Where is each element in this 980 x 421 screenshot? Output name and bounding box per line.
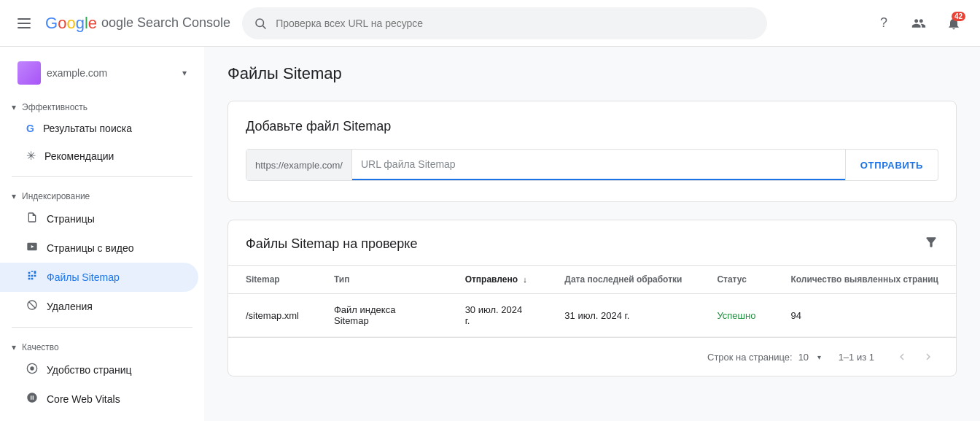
- page-title: Файлы Sitemap: [228, 64, 957, 83]
- col-sitemap: Sitemap: [228, 266, 316, 294]
- sidebar-item-core-web-vitals[interactable]: Core Web Vitals: [0, 385, 198, 414]
- sitemap-icon: [26, 270, 38, 285]
- rows-select-wrapper[interactable]: 10 25 50 ▾: [798, 352, 821, 363]
- help-icon: ?: [880, 15, 887, 31]
- col-submitted[interactable]: Отправлено ↓: [448, 266, 548, 294]
- menu-button[interactable]: [12, 9, 36, 38]
- nav-label-pages: Страницы: [47, 213, 95, 225]
- divider-2: [12, 327, 192, 328]
- next-page-button[interactable]: [918, 347, 938, 367]
- google-logo: G o o g l e: [45, 14, 97, 33]
- rows-per-page-label: Строк на странице:: [707, 352, 793, 363]
- section-collapse-icon: ▾: [12, 102, 16, 112]
- table-header: Sitemap Тип Отправлено ↓ Дата последней …: [228, 266, 956, 294]
- table-row: /sitemap.xml Файл индекса Sitemap 30 июл…: [228, 294, 956, 337]
- nav-label-search-results: Результаты поиска: [43, 123, 132, 134]
- nav-label-sitemap: Файлы Sitemap: [47, 271, 120, 283]
- pagination-nav: [892, 347, 938, 367]
- table-card-header: Файлы Sitemap на проверке: [228, 220, 956, 266]
- add-sitemap-card: Добавьте файл Sitemap https://example.co…: [228, 101, 957, 202]
- svg-point-0: [256, 19, 264, 27]
- table-body: /sitemap.xml Файл индекса Sitemap 30 июл…: [228, 294, 956, 337]
- video-icon: [26, 241, 38, 255]
- sidebar-item-recommendations[interactable]: ✳ Рекомендации: [0, 142, 198, 170]
- hamburger-icon: [12, 12, 36, 34]
- topbar: G o o g l e oogle Search Console ?: [0, 0, 980, 47]
- col-discovered: Количество выявленных страниц: [773, 266, 956, 294]
- chevron-left-icon: [895, 350, 909, 363]
- logo-area: G o o g l e oogle Search Console: [45, 14, 230, 33]
- sidebar: example.com ▾ ▾ Эффективность G Результа…: [0, 47, 204, 421]
- chevron-right-icon: [922, 350, 935, 363]
- table-footer: Строк на странице: 10 25 50 ▾ 1–1 из 1: [228, 337, 956, 376]
- rows-per-page-select[interactable]: 10 25 50: [798, 352, 821, 363]
- page-experience-icon: [26, 363, 38, 377]
- pagination-info: 1–1 из 1: [839, 352, 874, 363]
- divider-1: [12, 176, 192, 177]
- sidebar-item-page-experience[interactable]: Удобство страниц: [0, 355, 198, 385]
- sidebar-item-search-results[interactable]: G Результаты поиска: [0, 115, 198, 142]
- sitemap-table-card: Файлы Sitemap на проверке Sitemap Тип От…: [228, 220, 957, 376]
- pages-icon: [26, 212, 38, 226]
- sitemap-input-wrapper: [352, 150, 845, 180]
- sidebar-item-pages[interactable]: Страницы: [0, 204, 198, 233]
- add-sitemap-title: Добавьте файл Sitemap: [246, 119, 938, 134]
- sitemap-url-input[interactable]: [352, 150, 845, 180]
- sort-arrow: ↓: [523, 275, 527, 284]
- section-label: Эффективность: [22, 102, 88, 112]
- app-title: oogle Search Console: [101, 15, 230, 31]
- nav-label-core-web-vitals: Core Web Vitals: [47, 393, 120, 405]
- layout: example.com ▾ ▾ Эффективность G Результа…: [0, 47, 980, 421]
- section-label-2: Индексирование: [22, 191, 90, 201]
- removals-icon: [26, 299, 38, 314]
- add-sitemap-card-body: Добавьте файл Sitemap https://example.co…: [228, 101, 956, 201]
- nav-label-page-experience: Удобство страниц: [47, 364, 132, 376]
- search-input[interactable]: [276, 18, 755, 29]
- sidebar-item-removals[interactable]: Удаления: [0, 292, 198, 321]
- cell-status: Успешно: [699, 294, 773, 337]
- submit-sitemap-button[interactable]: ОТПРАВИТЬ: [845, 150, 938, 180]
- col-last-processed: Дата последней обработки: [547, 266, 699, 294]
- status-badge: Успешно: [717, 310, 755, 321]
- sidebar-item-sitemap[interactable]: Файлы Sitemap: [0, 263, 198, 292]
- prev-page-button[interactable]: [892, 347, 912, 367]
- google-g-icon: G: [26, 123, 34, 134]
- nav-label-recommendations: Рекомендации: [44, 150, 114, 162]
- sidebar-item-video-pages[interactable]: Страницы с видео: [0, 233, 198, 263]
- help-button[interactable]: ?: [869, 9, 898, 38]
- filter-icon[interactable]: [924, 235, 938, 253]
- accounts-button[interactable]: [904, 9, 933, 38]
- svg-point-4: [30, 366, 34, 370]
- cell-sitemap: /sitemap.xml: [228, 294, 316, 337]
- cell-discovered: 94: [773, 294, 956, 337]
- nav-label-video-pages: Страницы с видео: [47, 242, 134, 254]
- col-status: Статус: [699, 266, 773, 294]
- section-effectiveness[interactable]: ▾ Эффективность: [0, 93, 204, 115]
- section-collapse-icon-2: ▾: [12, 191, 16, 201]
- cell-last-processed: 31 июл. 2024 г.: [547, 294, 699, 337]
- main-content: Файлы Sitemap Добавьте файл Sitemap http…: [204, 47, 980, 421]
- sitemap-url-prefix: https://example.com/: [246, 150, 352, 180]
- property-name: example.com: [47, 67, 176, 79]
- property-icon: [18, 61, 41, 85]
- rows-per-page: Строк на странице: 10 25 50 ▾: [707, 352, 821, 363]
- property-selector[interactable]: example.com ▾: [6, 55, 198, 90]
- topbar-left: G o o g l e oogle Search Console: [12, 9, 230, 38]
- sitemap-table: Sitemap Тип Отправлено ↓ Дата последней …: [228, 266, 956, 337]
- notification-count: 42: [952, 12, 965, 21]
- notifications-button[interactable]: 42: [939, 9, 968, 38]
- col-type: Тип: [316, 266, 448, 294]
- section-label-3: Качество: [22, 342, 59, 352]
- table-header-row: Sitemap Тип Отправлено ↓ Дата последней …: [228, 266, 956, 294]
- search-icon: [254, 17, 267, 30]
- nav-label-removals: Удаления: [47, 301, 93, 312]
- section-indexing[interactable]: ▾ Индексирование: [0, 182, 204, 204]
- property-dropdown-arrow: ▾: [182, 68, 187, 78]
- section-quality[interactable]: ▾ Качество: [0, 333, 204, 355]
- cell-submitted: 30 июл. 2024 г.: [448, 294, 548, 337]
- accounts-icon: [911, 16, 926, 31]
- cell-type: Файл индекса Sitemap: [316, 294, 448, 337]
- search-bar: [242, 7, 767, 39]
- add-sitemap-form: https://example.com/ ОТПРАВИТЬ: [246, 149, 938, 181]
- topbar-right: ? 42: [869, 9, 968, 38]
